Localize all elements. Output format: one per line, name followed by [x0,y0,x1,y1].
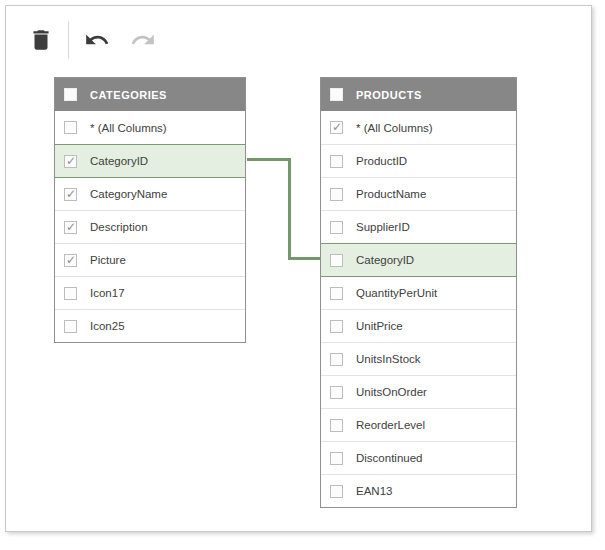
column-row-description[interactable]: Description [55,210,245,243]
column-checkbox-productid[interactable] [330,155,343,168]
column-label-supplierid: SupplierID [356,221,410,233]
column-row-ean13[interactable]: EAN13 [321,474,516,507]
column-row-categoryid[interactable]: CategoryID [55,144,245,177]
table-products-header: PRODUCTS [321,78,516,111]
column-row-picture[interactable]: Picture [55,243,245,276]
column-checkbox-supplierid[interactable] [330,221,343,234]
column-checkbox-unitsonorder[interactable] [330,386,343,399]
table-categories-rows: * (All Columns)CategoryIDCategoryNameDes… [55,111,245,342]
column-label-productname: ProductName [356,188,426,200]
table-products: PRODUCTS * (All Columns)ProductIDProduct… [320,77,517,508]
redo-icon [128,27,158,53]
column-row-all-columns[interactable]: * (All Columns) [321,111,516,144]
column-label-picture: Picture [90,254,126,266]
column-label-ean13: EAN13 [356,485,392,497]
column-label-categoryid: CategoryID [90,155,148,167]
column-label-unitsonorder: UnitsOnOrder [356,386,427,398]
column-label-all-columns: * (All Columns) [356,122,433,134]
column-row-categoryname[interactable]: CategoryName [55,177,245,210]
column-label-reorderlevel: ReorderLevel [356,419,425,431]
column-row-reorderlevel[interactable]: ReorderLevel [321,408,516,441]
column-row-unitsonorder[interactable]: UnitsOnOrder [321,375,516,408]
column-checkbox-unitprice[interactable] [330,320,343,333]
column-label-quantityperunit: QuantityPerUnit [356,287,437,299]
delete-button[interactable] [28,26,54,54]
column-checkbox-icon25[interactable] [64,320,77,333]
column-label-icon25: Icon25 [90,320,125,332]
table-products-rows: * (All Columns)ProductIDProductNameSuppl… [321,111,516,507]
table-categories-header-checkbox[interactable] [64,88,77,101]
column-checkbox-ean13[interactable] [330,485,343,498]
column-row-productname[interactable]: ProductName [321,177,516,210]
column-checkbox-all-columns[interactable] [64,121,77,134]
column-checkbox-picture[interactable] [64,254,77,267]
table-categories-title: CATEGORIES [90,89,167,101]
column-row-supplierid[interactable]: SupplierID [321,210,516,243]
column-checkbox-quantityperunit[interactable] [330,287,343,300]
column-row-icon25[interactable]: Icon25 [55,309,245,342]
column-label-icon17: Icon17 [90,287,125,299]
redo-button-disabled[interactable] [128,27,158,53]
column-label-categoryname: CategoryName [90,188,167,200]
column-checkbox-categoryid[interactable] [64,155,77,168]
toolbar-separator [68,21,69,59]
column-row-icon17[interactable]: Icon17 [55,276,245,309]
column-label-description: Description [90,221,148,233]
column-checkbox-categoryid[interactable] [330,254,343,267]
column-row-unitsinstock[interactable]: UnitsInStock [321,342,516,375]
column-checkbox-description[interactable] [64,221,77,234]
column-checkbox-all-columns[interactable] [330,121,343,134]
column-checkbox-categoryname[interactable] [64,188,77,201]
column-checkbox-reorderlevel[interactable] [330,419,343,432]
column-label-productid: ProductID [356,155,407,167]
column-row-productid[interactable]: ProductID [321,144,516,177]
column-row-quantityperunit[interactable]: QuantityPerUnit [321,276,516,309]
column-row-discontinued[interactable]: Discontinued [321,441,516,474]
table-categories: CATEGORIES * (All Columns)CategoryIDCate… [54,77,246,343]
column-label-all-columns: * (All Columns) [90,122,167,134]
column-checkbox-productname[interactable] [330,188,343,201]
column-label-categoryid: CategoryID [356,254,414,266]
table-products-header-checkbox[interactable] [330,88,343,101]
column-row-categoryid[interactable]: CategoryID [321,243,516,276]
column-checkbox-unitsinstock[interactable] [330,353,343,366]
query-builder-window: CATEGORIES * (All Columns)CategoryIDCate… [5,5,592,532]
column-label-discontinued: Discontinued [356,452,422,464]
column-checkbox-discontinued[interactable] [330,452,343,465]
undo-button[interactable] [82,27,112,53]
column-label-unitsinstock: UnitsInStock [356,353,421,365]
table-categories-header: CATEGORIES [55,78,245,111]
undo-icon [82,27,112,53]
table-products-title: PRODUCTS [356,89,422,101]
column-label-unitprice: UnitPrice [356,320,403,332]
column-row-unitprice[interactable]: UnitPrice [321,309,516,342]
column-row-all-columns[interactable]: * (All Columns) [55,111,245,144]
trash-icon [28,26,54,54]
toolbar [28,19,158,61]
column-checkbox-icon17[interactable] [64,287,77,300]
